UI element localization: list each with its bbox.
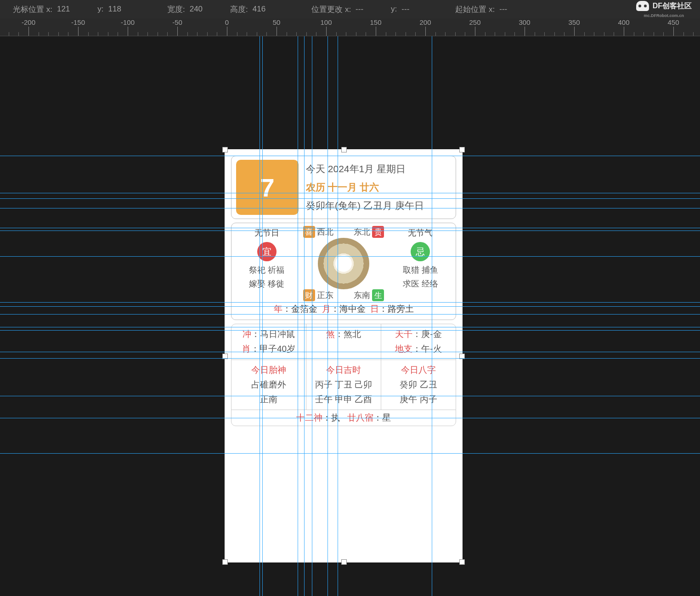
jishi-title: 今日吉时 [310, 363, 377, 377]
resize-handle-mr[interactable] [459, 354, 465, 359]
nayin-m-k: 月 [322, 304, 331, 314]
xiao-k: 肖 [242, 344, 251, 354]
delta-y-value: --- [401, 5, 409, 14]
start-x-value: --- [499, 5, 507, 14]
taishen-l1: 占碓磨外 [235, 377, 302, 392]
no-festival: 无节日 [234, 226, 299, 240]
brand-logo[interactable]: DF创客社区 mc.DFRobot.com.cn [636, 1, 696, 18]
header-box: 7 今天 2024年1月 星期日 农历 十一月 廿六 癸卯年(兔年) 乙丑月 庚… [231, 156, 456, 219]
tgdz-cell: 天干：庚-金 地支：午-火 [381, 324, 456, 360]
bazi-l2: 庚午 丙子 [385, 392, 452, 407]
ganzhi-text: 癸卯年(兔年) 乙丑月 庚午日 [306, 199, 451, 212]
ruler-tick-label: 150 [370, 18, 381, 26]
day-number: 7 [236, 160, 299, 215]
twshen-k1: 十二神 [296, 413, 322, 422]
bazi-title: 今日八字 [385, 363, 452, 377]
taishen-title: 今日胎神 [235, 363, 302, 377]
cursor-y-value: 118 [108, 5, 121, 14]
robot-icon [636, 1, 649, 11]
delta-x-label: 位置更改 x: [311, 4, 351, 15]
xi-tag: 喜 [303, 226, 315, 238]
ruler-tick-label: 350 [568, 18, 580, 26]
resize-handle-tm[interactable] [341, 147, 347, 152]
resize-handle-tl[interactable] [222, 147, 228, 152]
ruler-tick-label: -200 [22, 18, 35, 26]
coord-bar: 光标位置 x: 121 y: 118 宽度: 240 高度: 416 位置更改 … [0, 0, 700, 18]
yi-line2: 嫁娶 移徙 [234, 277, 299, 291]
chong-cell: 冲：马日冲鼠 肖：甲子40岁 [231, 324, 306, 360]
nayin-m-v: 海中金 [339, 304, 366, 314]
sha-v: 煞北 [344, 329, 361, 339]
canvas-area[interactable]: 7 今天 2024年1月 星期日 农历 十一月 廿六 癸卯年(兔年) 乙丑月 庚… [0, 36, 700, 596]
sheng-val: 东南 [354, 291, 370, 300]
cai-val: 正东 [317, 291, 333, 300]
cai-tag: 财 [303, 289, 315, 301]
twshen-v1: 执 [331, 413, 340, 422]
cursor-x-label: 光标位置 x: [13, 4, 52, 15]
delta-y-label: y: [391, 5, 397, 14]
chong-v: 马日冲鼠 [260, 329, 295, 339]
dz-k: 地支 [395, 344, 412, 354]
detail-section: 冲：马日冲鼠 肖：甲子40岁 煞：煞北 天干：庚-金 地支：午-火 今日胎神 占… [231, 324, 456, 426]
resize-handle-bl[interactable] [222, 559, 228, 565]
delta-x-value: --- [356, 5, 363, 14]
no-solarterm: 无节气 [388, 226, 453, 240]
resize-handle-br[interactable] [459, 559, 465, 565]
height-label: 高度: [230, 4, 248, 15]
ji-icon: 忌 [411, 242, 430, 261]
nayin-y-k: 年 [274, 304, 282, 314]
resize-handle-tr[interactable] [459, 147, 465, 152]
ruler-tick-label: -150 [71, 18, 85, 26]
lunar-text: 农历 十一月 廿六 [306, 181, 451, 194]
twelveshen-row: 十二神：执 廿八宿：星 [231, 410, 456, 426]
ruler-tick-label: 200 [419, 18, 431, 26]
width-value: 240 [190, 5, 203, 14]
compass-box: 无节日 宜 祭祀 祈福 嫁娶 移徙 喜西北 东北贵 财正东 东南生 [231, 223, 456, 320]
xiao-v: 甲子40岁 [260, 344, 295, 354]
yi-icon: 宜 [257, 242, 277, 261]
bazi-cell: 今日八字 癸卯 乙丑 庚午 丙子 [381, 360, 456, 410]
taishen-l2: 正南 [235, 392, 302, 407]
resize-handle-ml[interactable] [222, 354, 228, 359]
gui-tag: 贵 [372, 226, 384, 238]
gui-val: 东北 [354, 227, 370, 236]
tg-k: 天干 [395, 329, 412, 339]
nayin-y-v: 金箔金 [291, 304, 317, 314]
ruler-tick-label: 100 [320, 18, 332, 26]
twshen-v2: 星 [382, 413, 391, 422]
tg-v: 庚-金 [421, 329, 441, 339]
jishi-l1: 丙子 丁丑 己卯 壬午 甲申 乙酉 [310, 377, 377, 407]
ruler-tick-label: 250 [469, 18, 480, 26]
brand-sub: mc.DFRobot.com.cn [644, 14, 684, 18]
artboard[interactable]: 7 今天 2024年1月 星期日 农历 十一月 廿六 癸卯年(兔年) 乙丑月 庚… [225, 149, 463, 562]
calendar-card: 7 今天 2024年1月 星期日 农历 十一月 廿六 癸卯年(兔年) 乙丑月 庚… [231, 156, 456, 556]
start-x-label: 起始位置 x: [455, 4, 495, 15]
taishen-cell: 今日胎神 占碓磨外 正南 [231, 360, 306, 410]
ruler-tick-label: 0 [225, 18, 229, 26]
nayin-d-k: 日 [370, 304, 379, 314]
cursor-x-value: 121 [57, 5, 70, 14]
bazi-l1: 癸卯 乙丑 [385, 377, 452, 392]
left-column: 无节日 宜 祭祀 祈福 嫁娶 移徙 [234, 226, 299, 301]
ruler-tick-label: 300 [519, 18, 530, 26]
xi-val: 西北 [317, 227, 333, 236]
height-value: 416 [253, 5, 265, 14]
sha-k: 煞 [326, 329, 335, 339]
chong-k: 冲 [243, 329, 251, 339]
ruler-tick-label: 450 [667, 18, 679, 26]
twshen-k2: 廿八宿 [347, 413, 373, 422]
resize-handle-bm[interactable] [341, 559, 347, 565]
sha-cell: 煞：煞北 [306, 324, 381, 360]
nayin-row: 年：金箔金 月：海中金 日：路旁土 [234, 301, 453, 317]
right-column: 无节气 忌 取猎 捕鱼 求医 经络 [388, 226, 453, 301]
compass-column: 喜西北 东北贵 财正东 东南生 [299, 226, 388, 301]
ruler-tick-label: -50 [172, 18, 182, 26]
compass-icon [318, 238, 369, 289]
today-text: 今天 2024年1月 星期日 [306, 163, 451, 175]
horizontal-ruler[interactable]: -200-150-100-500501001502002503003504004… [0, 18, 700, 36]
ji-line1: 取猎 捕鱼 [388, 263, 453, 277]
ji-line2: 求医 经络 [388, 277, 453, 291]
ruler-tick-label: 50 [273, 18, 281, 26]
jishi-cell: 今日吉时 丙子 丁丑 己卯 壬午 甲申 乙酉 [306, 360, 381, 410]
brand-name: DF创客社区 [653, 2, 692, 10]
